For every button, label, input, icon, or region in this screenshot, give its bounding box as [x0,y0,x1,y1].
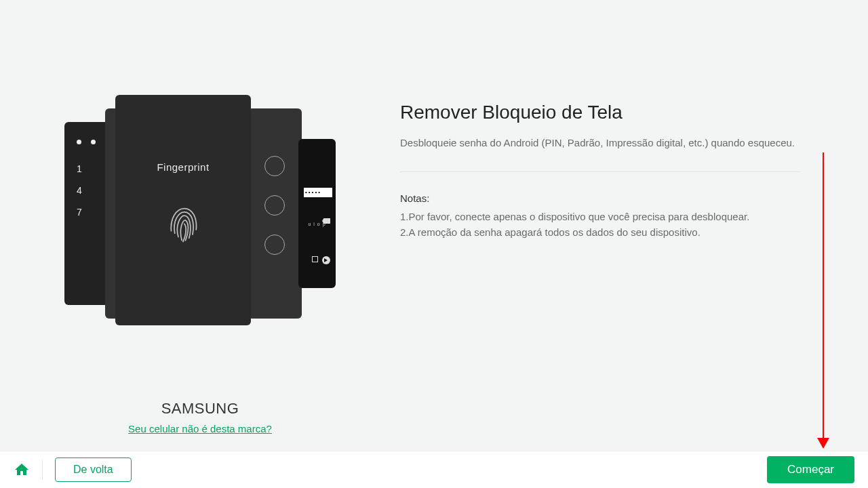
phone-password: ••••• u i o p [298,139,336,288]
pin-key-1: 1 [77,163,104,174]
notes-heading: Notas: [400,192,800,204]
lock-type-illustration: 1 4 7 ••••• u i o p Fingerprint [64,95,336,346]
fingerprint-icon [164,201,202,249]
page-title: Remover Bloqueio de Tela [400,102,800,123]
home-icon [14,462,30,478]
home-button[interactable] [14,462,30,478]
start-button[interactable]: Começar [767,456,854,483]
pin-key-4: 4 [77,185,104,196]
password-field: ••••• [304,188,332,197]
change-brand-link[interactable]: Seu celular não é desta marca? [128,423,272,434]
square-icon [312,256,318,262]
phone-fingerprint: Fingerprint [115,95,251,325]
phone-pattern [248,108,302,319]
device-brand: SAMSUNG [161,400,239,418]
arrow-right-icon [322,256,330,264]
backspace-icon [322,218,330,224]
back-button[interactable]: De volta [55,458,132,482]
pin-key-7: 7 [77,207,104,218]
page-description: Desbloqueie senha do Android (PIN, Padrã… [400,136,800,151]
attention-arrow-icon [823,152,824,447]
fingerprint-label: Fingerprint [157,161,209,173]
note-1: 1.Por favor, conecte apenas o dispositiv… [400,211,800,222]
footer-separator [42,460,43,480]
footer-bar: De volta Começar [0,451,868,488]
divider [400,171,800,172]
note-2: 2.A remoção da senha apagará todos os da… [400,226,800,238]
